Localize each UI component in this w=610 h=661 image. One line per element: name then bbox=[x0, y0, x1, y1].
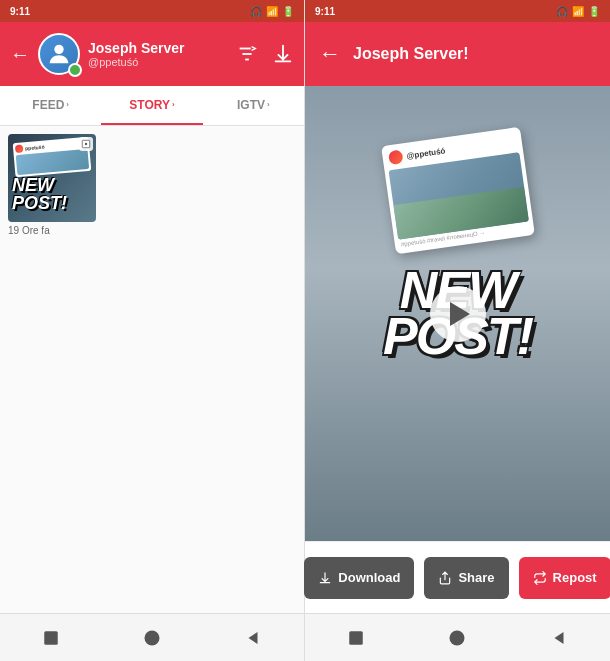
online-badge bbox=[68, 63, 82, 77]
back-icon bbox=[244, 629, 262, 647]
header-username: Joseph Server bbox=[88, 40, 228, 56]
play-button[interactable] bbox=[430, 286, 486, 342]
right-header-username: Joseph Server! bbox=[353, 45, 469, 63]
right-back-icon bbox=[550, 629, 568, 647]
filter-icon[interactable] bbox=[236, 43, 258, 65]
right-panel: 9:11 🎧 📶 🔋 ← Joseph Server! @ppetuśó #pp… bbox=[305, 0, 610, 661]
download-icon[interactable] bbox=[272, 43, 294, 65]
svg-point-0 bbox=[54, 45, 63, 54]
corner-icon bbox=[79, 137, 93, 151]
svg-marker-11 bbox=[555, 632, 564, 644]
svg-point-5 bbox=[85, 143, 88, 146]
svg-point-10 bbox=[450, 630, 465, 645]
repost-button[interactable]: Repost bbox=[519, 557, 610, 599]
mini-name: ppetuśó bbox=[25, 144, 45, 152]
right-wifi-icon: 📶 bbox=[572, 6, 584, 17]
header-info: Joseph Server @ppetuśó bbox=[88, 40, 228, 68]
svg-point-7 bbox=[144, 630, 159, 645]
left-time: 9:11 bbox=[10, 6, 30, 17]
header-icons bbox=[236, 43, 294, 65]
home-icon bbox=[142, 628, 162, 648]
download-btn-icon bbox=[318, 571, 332, 585]
tabs: FEED › STORY › IGTV › bbox=[0, 86, 304, 126]
tab-story[interactable]: STORY › bbox=[101, 86, 202, 125]
right-nav-home[interactable] bbox=[439, 620, 475, 656]
download-button[interactable]: Download bbox=[304, 557, 414, 599]
nav-back[interactable] bbox=[235, 620, 271, 656]
tab-feed[interactable]: FEED › bbox=[0, 86, 101, 125]
new-post-text: NEWPOST! bbox=[12, 176, 92, 212]
viewer-mini-avatar bbox=[387, 149, 403, 165]
avatar-wrap bbox=[38, 33, 80, 75]
left-header: ← Joseph Server @ppetuśó bbox=[0, 22, 304, 86]
tab-igtv[interactable]: IGTV › bbox=[203, 86, 304, 125]
viewer-card: @ppetuśó #ppetuśó #travel #ловенецО → bbox=[381, 127, 535, 254]
story-icon bbox=[81, 139, 91, 149]
back-button[interactable]: ← bbox=[10, 43, 30, 66]
user-icon bbox=[45, 40, 73, 68]
right-bluetooth-icon: 🎧 bbox=[556, 6, 568, 17]
right-back-button[interactable]: ← bbox=[319, 41, 341, 67]
right-bottom-nav bbox=[305, 613, 610, 661]
share-icon bbox=[438, 571, 452, 585]
repost-icon bbox=[533, 571, 547, 585]
left-status-icons: 🎧 📶 🔋 bbox=[250, 6, 294, 17]
thumbnail-image: ppetuśó NEWPOST! bbox=[8, 134, 96, 222]
right-nav-square[interactable] bbox=[338, 620, 374, 656]
nav-square[interactable] bbox=[33, 620, 69, 656]
svg-marker-8 bbox=[249, 632, 258, 644]
new-post-label: NEWPOST! bbox=[12, 176, 92, 212]
story-thumbnail[interactable]: ppetuśó NEWPOST! 19 Ore fa bbox=[8, 134, 96, 222]
bottom-actions: Download Share Repost bbox=[305, 541, 610, 613]
right-time: 9:11 bbox=[315, 6, 335, 17]
svg-rect-9 bbox=[349, 631, 363, 645]
right-nav-back[interactable] bbox=[541, 620, 577, 656]
wifi-icon: 📶 bbox=[266, 6, 278, 17]
right-status-bar: 9:11 🎧 📶 🔋 bbox=[305, 0, 610, 22]
left-bottom-nav bbox=[0, 613, 304, 661]
square-icon bbox=[42, 629, 60, 647]
right-header: ← Joseph Server! bbox=[305, 22, 610, 86]
battery-icon: 🔋 bbox=[282, 6, 294, 17]
viewer-mini-name: @ppetuśó bbox=[406, 146, 446, 160]
mini-avatar bbox=[15, 144, 24, 153]
play-triangle-icon bbox=[450, 302, 470, 326]
nav-home[interactable] bbox=[134, 620, 170, 656]
thumb-time: 19 Ore fa bbox=[8, 225, 96, 236]
right-home-icon bbox=[447, 628, 467, 648]
bluetooth-icon: 🎧 bbox=[250, 6, 262, 17]
content-area: ppetuśó NEWPOST! 19 Ore fa bbox=[0, 126, 304, 613]
right-square-icon bbox=[347, 629, 365, 647]
right-status-icons: 🎧 📶 🔋 bbox=[556, 6, 600, 17]
left-status-bar: 9:11 🎧 📶 🔋 bbox=[0, 0, 304, 22]
mini-image bbox=[16, 149, 89, 175]
right-battery-icon: 🔋 bbox=[588, 6, 600, 17]
left-panel: 9:11 🎧 📶 🔋 ← Joseph Server @ppetuśó bbox=[0, 0, 305, 661]
header-subtext: @ppetuśó bbox=[88, 56, 228, 68]
svg-rect-6 bbox=[44, 631, 58, 645]
story-viewer: @ppetuśó #ppetuśó #travel #ловенецО → NE… bbox=[305, 86, 610, 541]
share-button[interactable]: Share bbox=[424, 557, 508, 599]
